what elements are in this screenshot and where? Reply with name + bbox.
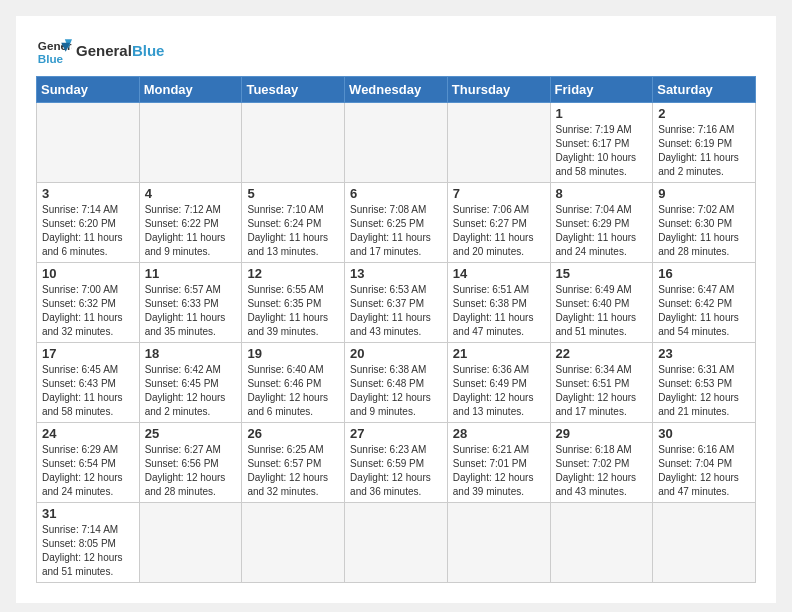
calendar-cell: 7Sunrise: 7:06 AM Sunset: 6:27 PM Daylig… <box>447 183 550 263</box>
calendar-cell: 6Sunrise: 7:08 AM Sunset: 6:25 PM Daylig… <box>345 183 448 263</box>
day-number: 9 <box>658 186 750 201</box>
day-number: 4 <box>145 186 237 201</box>
calendar-cell: 20Sunrise: 6:38 AM Sunset: 6:48 PM Dayli… <box>345 343 448 423</box>
logo-text-general: GeneralBlue <box>76 42 164 59</box>
calendar-cell <box>447 103 550 183</box>
week-row-4: 17Sunrise: 6:45 AM Sunset: 6:43 PM Dayli… <box>37 343 756 423</box>
calendar-cell: 27Sunrise: 6:23 AM Sunset: 6:59 PM Dayli… <box>345 423 448 503</box>
calendar-cell: 24Sunrise: 6:29 AM Sunset: 6:54 PM Dayli… <box>37 423 140 503</box>
day-number: 15 <box>556 266 648 281</box>
day-info: Sunrise: 7:19 AM Sunset: 6:17 PM Dayligh… <box>556 123 648 179</box>
day-number: 30 <box>658 426 750 441</box>
day-number: 2 <box>658 106 750 121</box>
week-row-6: 31Sunrise: 7:14 AM Sunset: 8:05 PM Dayli… <box>37 503 756 583</box>
weekday-header-thursday: Thursday <box>447 77 550 103</box>
calendar-cell: 15Sunrise: 6:49 AM Sunset: 6:40 PM Dayli… <box>550 263 653 343</box>
day-number: 18 <box>145 346 237 361</box>
week-row-2: 3Sunrise: 7:14 AM Sunset: 6:20 PM Daylig… <box>37 183 756 263</box>
calendar-cell <box>345 103 448 183</box>
day-info: Sunrise: 7:12 AM Sunset: 6:22 PM Dayligh… <box>145 203 237 259</box>
weekday-header-friday: Friday <box>550 77 653 103</box>
calendar-cell <box>447 503 550 583</box>
day-number: 3 <box>42 186 134 201</box>
day-number: 31 <box>42 506 134 521</box>
day-info: Sunrise: 6:23 AM Sunset: 6:59 PM Dayligh… <box>350 443 442 499</box>
calendar-cell <box>653 503 756 583</box>
calendar-cell: 14Sunrise: 6:51 AM Sunset: 6:38 PM Dayli… <box>447 263 550 343</box>
logo-icon: General Blue <box>36 32 72 68</box>
day-info: Sunrise: 6:27 AM Sunset: 6:56 PM Dayligh… <box>145 443 237 499</box>
calendar-cell: 8Sunrise: 7:04 AM Sunset: 6:29 PM Daylig… <box>550 183 653 263</box>
day-info: Sunrise: 6:53 AM Sunset: 6:37 PM Dayligh… <box>350 283 442 339</box>
calendar-cell: 4Sunrise: 7:12 AM Sunset: 6:22 PM Daylig… <box>139 183 242 263</box>
calendar-cell <box>139 503 242 583</box>
day-info: Sunrise: 7:04 AM Sunset: 6:29 PM Dayligh… <box>556 203 648 259</box>
day-info: Sunrise: 6:42 AM Sunset: 6:45 PM Dayligh… <box>145 363 237 419</box>
calendar-cell: 10Sunrise: 7:00 AM Sunset: 6:32 PM Dayli… <box>37 263 140 343</box>
calendar-cell <box>242 503 345 583</box>
calendar-cell: 25Sunrise: 6:27 AM Sunset: 6:56 PM Dayli… <box>139 423 242 503</box>
day-info: Sunrise: 7:06 AM Sunset: 6:27 PM Dayligh… <box>453 203 545 259</box>
calendar-cell: 28Sunrise: 6:21 AM Sunset: 7:01 PM Dayli… <box>447 423 550 503</box>
day-info: Sunrise: 6:16 AM Sunset: 7:04 PM Dayligh… <box>658 443 750 499</box>
day-info: Sunrise: 6:51 AM Sunset: 6:38 PM Dayligh… <box>453 283 545 339</box>
calendar-cell: 22Sunrise: 6:34 AM Sunset: 6:51 PM Dayli… <box>550 343 653 423</box>
calendar-cell: 13Sunrise: 6:53 AM Sunset: 6:37 PM Dayli… <box>345 263 448 343</box>
calendar-cell: 5Sunrise: 7:10 AM Sunset: 6:24 PM Daylig… <box>242 183 345 263</box>
weekday-header-tuesday: Tuesday <box>242 77 345 103</box>
calendar-cell <box>550 503 653 583</box>
calendar-cell: 2Sunrise: 7:16 AM Sunset: 6:19 PM Daylig… <box>653 103 756 183</box>
calendar-cell: 26Sunrise: 6:25 AM Sunset: 6:57 PM Dayli… <box>242 423 345 503</box>
day-info: Sunrise: 7:00 AM Sunset: 6:32 PM Dayligh… <box>42 283 134 339</box>
logo: General Blue GeneralBlue <box>36 32 164 68</box>
weekday-header-sunday: Sunday <box>37 77 140 103</box>
day-number: 16 <box>658 266 750 281</box>
day-number: 13 <box>350 266 442 281</box>
weekday-header-wednesday: Wednesday <box>345 77 448 103</box>
day-number: 5 <box>247 186 339 201</box>
day-info: Sunrise: 7:02 AM Sunset: 6:30 PM Dayligh… <box>658 203 750 259</box>
calendar-cell: 12Sunrise: 6:55 AM Sunset: 6:35 PM Dayli… <box>242 263 345 343</box>
day-info: Sunrise: 6:25 AM Sunset: 6:57 PM Dayligh… <box>247 443 339 499</box>
calendar-cell: 19Sunrise: 6:40 AM Sunset: 6:46 PM Dayli… <box>242 343 345 423</box>
calendar-table: SundayMondayTuesdayWednesdayThursdayFrid… <box>36 76 756 583</box>
day-number: 28 <box>453 426 545 441</box>
day-number: 22 <box>556 346 648 361</box>
week-row-3: 10Sunrise: 7:00 AM Sunset: 6:32 PM Dayli… <box>37 263 756 343</box>
calendar-cell: 3Sunrise: 7:14 AM Sunset: 6:20 PM Daylig… <box>37 183 140 263</box>
day-number: 6 <box>350 186 442 201</box>
day-number: 26 <box>247 426 339 441</box>
calendar-cell: 31Sunrise: 7:14 AM Sunset: 8:05 PM Dayli… <box>37 503 140 583</box>
day-number: 11 <box>145 266 237 281</box>
day-info: Sunrise: 6:55 AM Sunset: 6:35 PM Dayligh… <box>247 283 339 339</box>
calendar-cell <box>242 103 345 183</box>
day-info: Sunrise: 6:21 AM Sunset: 7:01 PM Dayligh… <box>453 443 545 499</box>
day-number: 14 <box>453 266 545 281</box>
day-number: 8 <box>556 186 648 201</box>
calendar-cell: 11Sunrise: 6:57 AM Sunset: 6:33 PM Dayli… <box>139 263 242 343</box>
day-info: Sunrise: 6:57 AM Sunset: 6:33 PM Dayligh… <box>145 283 237 339</box>
calendar-cell <box>139 103 242 183</box>
day-info: Sunrise: 6:49 AM Sunset: 6:40 PM Dayligh… <box>556 283 648 339</box>
day-info: Sunrise: 7:14 AM Sunset: 6:20 PM Dayligh… <box>42 203 134 259</box>
day-info: Sunrise: 7:08 AM Sunset: 6:25 PM Dayligh… <box>350 203 442 259</box>
calendar-cell: 29Sunrise: 6:18 AM Sunset: 7:02 PM Dayli… <box>550 423 653 503</box>
day-number: 12 <box>247 266 339 281</box>
calendar-cell: 30Sunrise: 6:16 AM Sunset: 7:04 PM Dayli… <box>653 423 756 503</box>
day-number: 29 <box>556 426 648 441</box>
day-number: 19 <box>247 346 339 361</box>
header: General Blue GeneralBlue <box>36 32 756 68</box>
day-info: Sunrise: 6:18 AM Sunset: 7:02 PM Dayligh… <box>556 443 648 499</box>
svg-text:Blue: Blue <box>38 52 64 65</box>
calendar-cell: 9Sunrise: 7:02 AM Sunset: 6:30 PM Daylig… <box>653 183 756 263</box>
weekday-header-monday: Monday <box>139 77 242 103</box>
calendar-page: General Blue GeneralBlue SundayMondayTue… <box>16 16 776 603</box>
day-number: 10 <box>42 266 134 281</box>
day-number: 27 <box>350 426 442 441</box>
day-info: Sunrise: 6:38 AM Sunset: 6:48 PM Dayligh… <box>350 363 442 419</box>
calendar-cell <box>37 103 140 183</box>
day-number: 20 <box>350 346 442 361</box>
day-number: 25 <box>145 426 237 441</box>
weekday-header-saturday: Saturday <box>653 77 756 103</box>
calendar-cell <box>345 503 448 583</box>
